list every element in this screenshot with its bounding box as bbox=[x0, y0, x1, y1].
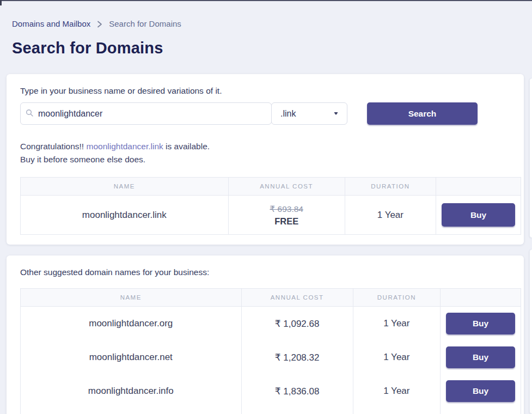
buy-button[interactable]: Buy bbox=[446, 313, 515, 334]
column-header-action bbox=[436, 178, 521, 196]
congrats-prefix: Congratulations!! bbox=[20, 142, 87, 151]
availability-message: Congratulations!! moonlightdancer.link i… bbox=[20, 140, 521, 166]
breadcrumb: Domains and Mailbox Search for Domains bbox=[12, 19, 532, 28]
table-header-row: NAME ANNUAL COST DURATION bbox=[21, 289, 521, 307]
column-header-duration: DURATION bbox=[345, 178, 436, 196]
domain-name-cell: moonlightdancer.link bbox=[21, 196, 229, 235]
column-header-annual-cost: ANNUAL COST bbox=[228, 178, 345, 196]
tld-selected-value: .link bbox=[280, 109, 296, 119]
table-row: moonlightdancer.net ₹ 1,208.32 1 Year Bu… bbox=[21, 340, 521, 374]
cutoff-side-panel bbox=[529, 249, 532, 414]
search-row: .link Search bbox=[20, 102, 521, 125]
breadcrumb-domains-and-mailbox[interactable]: Domains and Mailbox bbox=[12, 19, 90, 28]
available-domain-link[interactable]: moonlightdancer.link bbox=[87, 142, 163, 151]
duration-cell: 1 Year bbox=[353, 340, 440, 374]
column-header-annual-cost: ANNUAL COST bbox=[241, 289, 353, 307]
search-button[interactable]: Search bbox=[367, 102, 478, 125]
search-icon bbox=[26, 109, 34, 119]
duration-cell: 1 Year bbox=[345, 196, 436, 235]
annual-cost-cell: ₹ 2,802.50 bbox=[241, 408, 353, 414]
table-row: moonlightdancer.org ₹ 1,092.68 1 Year Bu… bbox=[21, 307, 521, 341]
tld-select[interactable]: .link bbox=[271, 102, 347, 125]
domain-search-input[interactable] bbox=[20, 102, 272, 125]
domain-name-cell: moonlightdancer.online bbox=[21, 408, 242, 414]
table-row: moonlightdancer.link ₹ 693.84 FREE 1 Yea… bbox=[21, 196, 521, 235]
action-cell: Buy bbox=[441, 340, 521, 374]
chevron-right-icon bbox=[97, 21, 102, 28]
availability-line1: Congratulations!! moonlightdancer.link i… bbox=[20, 140, 521, 153]
buy-button[interactable]: Buy bbox=[442, 203, 515, 227]
search-input-group bbox=[20, 102, 272, 125]
caret-down-icon bbox=[334, 112, 338, 115]
window-top-border bbox=[0, 0, 532, 1]
congrats-suffix: is available. bbox=[163, 142, 210, 151]
domain-name-cell: moonlightdancer.net bbox=[21, 340, 242, 374]
domain-name-cell: moonlightdancer.info bbox=[21, 374, 242, 408]
available-domain-table: NAME ANNUAL COST DURATION moonlightdance… bbox=[20, 177, 521, 235]
action-cell: Buy bbox=[441, 307, 521, 341]
annual-cost-cell: ₹ 693.84 FREE bbox=[228, 196, 345, 235]
old-price: ₹ 693.84 bbox=[229, 203, 344, 215]
page-container: Domains and Mailbox Search for Domains S… bbox=[0, 0, 532, 414]
free-price: FREE bbox=[229, 215, 344, 227]
search-instruction-label: Type in your business name or desired va… bbox=[20, 86, 521, 96]
table-header-row: NAME ANNUAL COST DURATION bbox=[21, 178, 521, 196]
column-header-name: NAME bbox=[21, 178, 229, 196]
column-header-action bbox=[441, 289, 521, 307]
suggested-domains-card: Other suggested domain names for your bu… bbox=[7, 255, 524, 414]
annual-cost-cell: ₹ 1,092.68 bbox=[241, 307, 353, 341]
duration-cell: 1 Year bbox=[353, 408, 440, 414]
annual-cost-cell: ₹ 1,208.32 bbox=[241, 340, 353, 374]
action-cell: Buy bbox=[436, 196, 521, 235]
page-title: Search for Domains bbox=[12, 39, 532, 57]
buy-button[interactable]: Buy bbox=[446, 380, 515, 402]
duration-cell: 1 Year bbox=[353, 307, 440, 341]
breadcrumb-current-page: Search for Domains bbox=[109, 19, 181, 28]
buy-button[interactable]: Buy bbox=[446, 346, 515, 368]
table-row: moonlightdancer.info ₹ 1,836.08 1 Year B… bbox=[21, 374, 521, 408]
table-row: moonlightdancer.online ₹ 2,802.50 1 Year… bbox=[21, 408, 521, 414]
cutoff-side-panel bbox=[529, 78, 532, 238]
window-left-border bbox=[0, 0, 2, 5]
domain-search-card: Type in your business name or desired va… bbox=[7, 74, 524, 245]
column-header-name: NAME bbox=[21, 289, 242, 307]
column-header-duration: DURATION bbox=[353, 289, 440, 307]
duration-cell: 1 Year bbox=[353, 374, 440, 408]
availability-line2: Buy it before someone else does. bbox=[20, 153, 521, 166]
domain-name-cell: moonlightdancer.org bbox=[21, 307, 242, 341]
annual-cost-cell: ₹ 1,836.08 bbox=[241, 374, 353, 408]
action-cell: Buy bbox=[441, 408, 521, 414]
suggested-domains-table: NAME ANNUAL COST DURATION moonlightdance… bbox=[20, 288, 521, 414]
action-cell: Buy bbox=[441, 374, 521, 408]
suggestions-label: Other suggested domain names for your bu… bbox=[20, 267, 521, 277]
